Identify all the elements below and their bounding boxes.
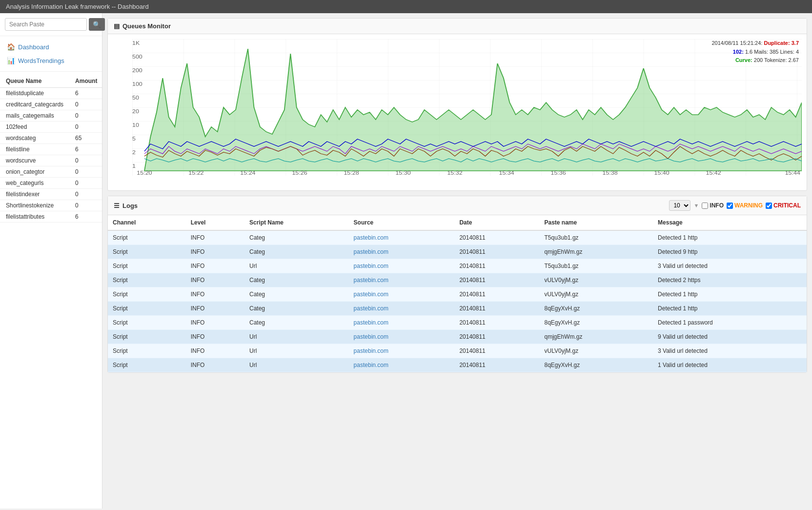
logs-panel: ☰ Logs 10 25 50 ▼ INFO	[107, 196, 807, 373]
svg-text:15:42: 15:42	[706, 170, 721, 176]
info-label: INFO	[710, 202, 724, 209]
col-script: Script Name	[244, 215, 349, 230]
legend-duplicate-label: Duplicate:	[764, 40, 790, 46]
col-message: Message	[653, 215, 807, 230]
svg-text:1K: 1K	[132, 41, 140, 46]
logs-title-area: ☰ Logs	[114, 202, 138, 209]
log-source-link[interactable]: pastebin.com	[354, 305, 388, 312]
svg-text:15:22: 15:22	[188, 170, 203, 176]
log-level: INFO	[186, 259, 244, 273]
log-source-link[interactable]: pastebin.com	[354, 234, 388, 241]
log-date: 20140811	[454, 259, 539, 273]
log-source-link[interactable]: pastebin.com	[354, 347, 388, 354]
queue-amount-cell: 6	[69, 211, 102, 223]
logs-table-body: Script INFO Categ pastebin.com 20140811 …	[108, 230, 807, 372]
log-source: pastebin.com	[349, 316, 455, 330]
search-icon: 🔍	[93, 21, 101, 28]
queue-amount-cell: 65	[69, 133, 102, 144]
queue-table: Queue Name Amount filelistduplicate 6 cr…	[0, 75, 102, 223]
log-table-row: Script INFO Url pastebin.com 20140811 T5…	[108, 259, 807, 273]
wordstrendings-icon: 📊	[7, 57, 15, 64]
search-area: 🔍	[0, 13, 102, 36]
search-input[interactable]	[5, 18, 87, 31]
log-level: INFO	[186, 230, 244, 245]
log-level: INFO	[186, 287, 244, 302]
app-title: Analysis Information Leak framework -- D…	[6, 3, 149, 10]
log-source: pastebin.com	[349, 230, 455, 245]
chart-panel-header: ▤ Queues Monitor	[108, 19, 807, 34]
queue-table-row: wordscurve 0	[0, 155, 102, 166]
log-source-link[interactable]: pastebin.com	[354, 291, 388, 298]
queue-table-row: filelistindexer 0	[0, 189, 102, 200]
queue-name-cell: filelistduplicate	[0, 88, 69, 99]
legend-102-row: 102: 1.6 Mails: 385 Lines: 4	[711, 48, 799, 57]
legend-curve-row: Curve: 200 Tokenize: 2.67	[711, 56, 799, 65]
svg-text:15:34: 15:34	[499, 170, 514, 176]
log-message: 1 Valid url detected	[653, 358, 807, 372]
logs-icon: ☰	[114, 202, 120, 209]
log-count-select[interactable]: 10 25 50	[669, 200, 690, 211]
svg-text:15:26: 15:26	[292, 170, 307, 176]
log-source-link[interactable]: pastebin.com	[354, 362, 388, 368]
queue-table-row: web_categurls 0	[0, 178, 102, 189]
log-source-link[interactable]: pastebin.com	[354, 263, 388, 269]
warning-checkbox[interactable]	[727, 203, 733, 209]
queue-table-row: mails_categemails 0	[0, 110, 102, 122]
log-source-link[interactable]: pastebin.com	[354, 333, 388, 340]
log-channel: Script	[108, 287, 186, 302]
col-level: Level	[186, 215, 244, 230]
info-checkbox[interactable]	[702, 203, 708, 209]
log-source-link[interactable]: pastebin.com	[354, 248, 388, 255]
legend-102: 102:	[733, 49, 744, 55]
svg-text:20: 20	[132, 109, 139, 114]
warning-filter-label: WARNING	[727, 202, 763, 209]
queue-amount-cell: 0	[69, 200, 102, 211]
sidebar-item-dashboard[interactable]: 🏠 Dashboard	[0, 40, 102, 54]
sidebar-item-wordstrendings[interactable]: 📊 WordsTrendings	[0, 54, 102, 67]
log-paste: 8qEgyXvH.gz	[540, 316, 653, 330]
log-message: Detected 1 http	[653, 287, 807, 302]
log-script: Url	[244, 330, 349, 344]
log-channel: Script	[108, 316, 186, 330]
legend-tokenize-val: 2.67	[789, 57, 799, 63]
log-level: INFO	[186, 273, 244, 287]
log-level: INFO	[186, 358, 244, 372]
chart-panel: ▤ Queues Monitor 2014/08/11 15:21:24: Du…	[107, 18, 807, 191]
log-table-row: Script INFO Categ pastebin.com 20140811 …	[108, 302, 807, 316]
log-date: 20140811	[454, 287, 539, 302]
col-channel: Channel	[108, 215, 186, 230]
chart-title: Queues Monitor	[122, 22, 171, 30]
log-source-link[interactable]: pastebin.com	[354, 277, 388, 284]
queue-table-row: Shortlinestokenize 0	[0, 200, 102, 211]
log-message: 3 Valid url detected	[653, 259, 807, 273]
dashboard-label: Dashboard	[18, 43, 49, 51]
svg-text:1: 1	[132, 163, 136, 169]
svg-text:15:38: 15:38	[603, 170, 618, 176]
queue-table-row: onion_categtor 0	[0, 166, 102, 178]
log-level: INFO	[186, 344, 244, 358]
chart-icon: ▤	[114, 22, 120, 30]
log-source: pastebin.com	[349, 344, 455, 358]
log-source-link[interactable]: pastebin.com	[354, 319, 388, 326]
queue-amount-cell: 6	[69, 144, 102, 155]
dashboard-icon: 🏠	[7, 43, 15, 51]
col-date: Date	[454, 215, 539, 230]
logs-table-header-row: Channel Level Script Name Source Date Pa…	[108, 215, 807, 230]
log-channel: Script	[108, 259, 186, 273]
svg-text:50: 50	[132, 95, 139, 101]
legend-102-val: 1.6	[745, 49, 752, 55]
svg-text:200: 200	[132, 68, 142, 73]
log-table-row: Script INFO Categ pastebin.com 20140811 …	[108, 273, 807, 287]
svg-text:500: 500	[132, 54, 142, 60]
log-source: pastebin.com	[349, 358, 455, 372]
logs-title: Logs	[122, 202, 138, 209]
log-script: Categ	[244, 302, 349, 316]
queue-name-cell: onion_categtor	[0, 166, 69, 178]
critical-checkbox[interactable]	[766, 203, 772, 209]
legend-lines-label: Lines:	[780, 49, 794, 55]
queue-name-cell: filelistline	[0, 144, 69, 155]
log-table-row: Script INFO Categ pastebin.com 20140811 …	[108, 287, 807, 302]
queue-name-cell: wordscurve	[0, 155, 69, 166]
queue-table-row: filelistline 6	[0, 144, 102, 155]
chart-legend: 2014/08/11 15:21:24: Duplicate: 3.7 102:…	[711, 39, 799, 65]
